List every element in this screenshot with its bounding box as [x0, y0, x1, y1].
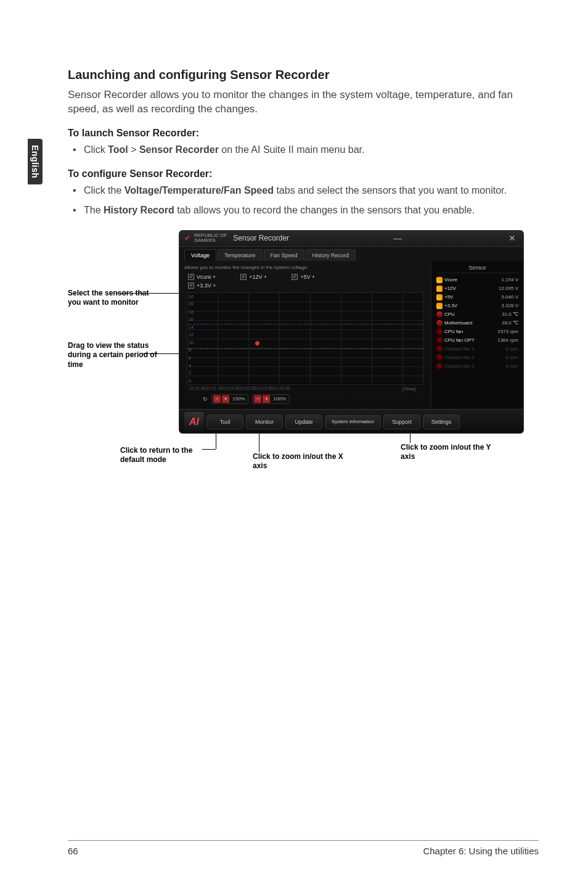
plot-line	[187, 324, 423, 324]
text: Click the	[84, 185, 125, 196]
sensor-label: +3.3V	[444, 303, 501, 308]
checkbox-icon: ✓	[240, 274, 247, 280]
callout-drag: Drag to view the status during a certain…	[68, 341, 160, 370]
sensor-row: Vcore1.154 V	[436, 276, 518, 284]
text: tab allows you to record the changes in …	[174, 205, 475, 215]
tab-history-record[interactable]: History Record	[306, 249, 356, 261]
titlebar[interactable]: ✔ REPUBLIC OFGAMERS Sensor Recorder — ✕	[179, 231, 523, 247]
zoom-bar: ↻ − + 150% − + 100%	[184, 393, 426, 406]
tab-bar: Voltage Temperature Fan Speed History Re…	[179, 247, 523, 261]
graph[interactable]: (v) 20 18 16 14 12 10 8 6 4 2 0	[187, 292, 423, 385]
sensor-icon	[436, 286, 443, 292]
nav-tool-button[interactable]: Tool	[206, 415, 243, 429]
callout-zoomy: Click to zoom in/out the Y axis	[401, 443, 505, 462]
zoom-y-value: 100%	[271, 396, 287, 402]
bold-text: History Record	[104, 205, 174, 215]
nav-update-button[interactable]: Update	[285, 415, 322, 429]
text: tabs and select the sensors that you wan…	[274, 185, 507, 196]
zoom-x-value: 150%	[231, 396, 247, 402]
sensor-row: CPU31.0 ℃	[436, 310, 518, 319]
zoom-y-out[interactable]: −	[254, 395, 261, 403]
x-axis: 15:21:00 15:21:30 15:22:00 15:22:30 15:2…	[184, 385, 426, 393]
window-check-icon: ✔	[184, 234, 190, 242]
sensor-value: 0 rpm	[506, 363, 518, 369]
nav-settings-button[interactable]: Settings	[423, 415, 460, 429]
callout-select: Select the sensors that you want to moni…	[68, 289, 160, 308]
zoom-x-out[interactable]: −	[213, 395, 221, 403]
chapter-label: Chapter 6: Using the utilities	[423, 846, 539, 856]
nav-monitor-button[interactable]: Monitor	[246, 415, 283, 429]
sensor-value: 28.0 ℃	[502, 320, 518, 326]
configure-heading: To configure Sensor Recorder:	[68, 168, 539, 179]
zoom-x-in[interactable]: +	[222, 395, 229, 403]
sensor-value: 1.154 V	[501, 277, 518, 283]
sensor-icon	[436, 277, 443, 283]
sensor-value: 12.095 V	[499, 286, 518, 291]
sensor-row: +3.3V3.328 V	[436, 302, 518, 310]
intro-paragraph: Sensor Recorder allows you to monitor th…	[68, 88, 539, 117]
section-heading: Launching and configuring Sensor Recorde…	[68, 68, 539, 82]
graph-area: Allows you to monitor the changes in the…	[179, 261, 431, 409]
sensor-icon	[436, 320, 443, 326]
sensor-row: CPU fan1573 rpm	[436, 328, 518, 336]
callout-lead	[202, 449, 216, 450]
sensor-label: Motherboard	[444, 320, 502, 326]
sensor-label: CPU fan OPT	[444, 337, 497, 343]
zoom-y-in[interactable]: +	[263, 395, 270, 403]
sensor-icon	[436, 363, 443, 369]
sensor-row: +5V5.040 V	[436, 293, 518, 302]
y-axis: (v) 20 18 16 14 12 10 8 6 4 2 0	[189, 293, 194, 384]
callout-zoomx: Click to zoom in/out the X axis	[253, 452, 351, 471]
plot-line	[187, 349, 423, 349]
tab-fan-speed[interactable]: Fan Speed	[264, 249, 304, 261]
sensor-value: 5.040 V	[501, 294, 518, 300]
nav-sysinfo-button[interactable]: System Information	[325, 415, 381, 429]
brand-text: REPUBLIC OFGAMERS	[194, 233, 227, 243]
checkbox-icon: ✓	[292, 274, 298, 280]
checkbox-icon: ✓	[188, 283, 194, 289]
sensor-label: CPU	[444, 311, 502, 317]
sensor-value: 0 rpm	[506, 355, 518, 360]
sensor-icon	[436, 346, 443, 352]
sensor-value: 0 rpm	[506, 346, 518, 352]
sensor-row: Motherboard28.0 ℃	[436, 319, 518, 328]
sensor-icon	[436, 303, 443, 309]
sensor-value: 1364 rpm	[497, 337, 518, 343]
configure-bullet-2: The History Record tab allows you to rec…	[84, 203, 539, 218]
checkbox-icon: ✓	[188, 274, 194, 280]
sensor-row: Chassis fan 10 rpm	[436, 345, 518, 353]
check-3v[interactable]: ✓+3.3V +	[188, 283, 216, 289]
zoom-y-group: − + 100%	[252, 394, 289, 404]
launch-heading: To launch Sensor Recorder:	[68, 128, 539, 139]
sensor-icon	[436, 294, 443, 300]
sensor-row: CPU fan OPT1364 rpm	[436, 336, 518, 345]
sensor-icon	[436, 355, 443, 361]
bold-text: Tool	[108, 144, 128, 155]
check-vcore[interactable]: ✓Vcore +	[188, 274, 216, 280]
page-footer: 66 Chapter 6: Using the utilities	[68, 840, 539, 856]
reset-icon[interactable]: ↻	[203, 396, 208, 402]
sensor-row: Chassis fan 20 rpm	[436, 353, 518, 362]
check-5v[interactable]: ✓+5V +	[292, 274, 315, 280]
text: on the AI Suite II main menu bar.	[219, 144, 365, 155]
bottom-nav: AI Tool Monitor Update System Informatio…	[179, 409, 523, 434]
drag-handle[interactable]	[255, 341, 259, 345]
figure: Select the sensors that you want to moni…	[68, 230, 536, 514]
callout-return: Click to return to the default mode	[120, 446, 206, 465]
sensor-row: Chassis fan 30 rpm	[436, 362, 518, 371]
tab-temperature[interactable]: Temperature	[218, 249, 263, 261]
window-title: Sensor Recorder	[233, 234, 289, 242]
sensor-value: 1573 rpm	[497, 329, 518, 334]
sensor-row: +12V12.095 V	[436, 284, 518, 293]
sensor-value: 31.0 ℃	[502, 311, 518, 317]
tab-voltage[interactable]: Voltage	[184, 249, 216, 261]
sensor-label: +5V	[444, 294, 501, 300]
check-12v[interactable]: ✓+12V +	[240, 274, 267, 280]
ai-logo-icon[interactable]: AI	[184, 412, 204, 432]
sensor-icon	[436, 311, 443, 318]
page-number: 66	[68, 846, 78, 856]
close-icon[interactable]: ✕	[506, 233, 518, 243]
nav-support-button[interactable]: Support	[383, 415, 420, 429]
minimize-icon[interactable]: —	[391, 233, 404, 243]
sensor-label: Chassis fan 2	[444, 355, 506, 360]
